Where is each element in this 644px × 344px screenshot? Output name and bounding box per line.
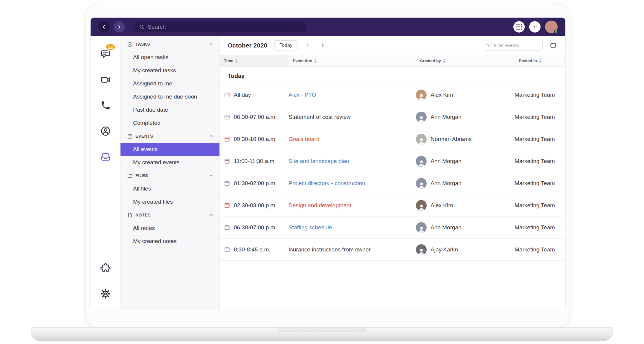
layout-toggle-icon: [550, 42, 558, 49]
user-avatar[interactable]: [545, 21, 558, 33]
integrations-nav-button[interactable]: [97, 260, 114, 277]
sidebar-item-my-created-notes[interactable]: My created notes: [120, 235, 219, 248]
avatar: [416, 90, 427, 100]
chevron-up-icon[interactable]: [209, 173, 213, 178]
event-row[interactable]: 02:30-03:00 p.m. Design and development …: [220, 194, 565, 216]
posted-in: Marketing Team: [515, 246, 565, 253]
add-button[interactable]: [529, 21, 541, 33]
event-row[interactable]: 11:00-11:30 a.m. Site and landscape plan…: [220, 150, 565, 172]
event-row[interactable]: 01:30-02:00 p.m. Project directory - con…: [220, 172, 565, 194]
event-row[interactable]: 06:30-07:00 p.m. Staffing schedule Ann M…: [220, 216, 565, 239]
puzzle-icon: [100, 263, 111, 274]
avatar: [416, 200, 427, 211]
icon-rail: 12: [91, 36, 120, 310]
avatar: [416, 244, 427, 255]
sidebar-item-all-files[interactable]: All files: [120, 182, 219, 195]
sidebar-item-all-notes[interactable]: All notes: [120, 222, 219, 235]
event-time: 06:30-07:00 p.m.: [234, 224, 277, 231]
sidebar-item-past-due-date[interactable]: Past due date: [120, 103, 219, 116]
event-time: 09:30-10:00 a.m.: [234, 136, 277, 142]
calendar-icon: [224, 92, 230, 98]
sidebar-item-all-open-tasks[interactable]: All open tasks: [120, 51, 219, 64]
unread-badge: 12: [105, 43, 116, 51]
event-title-link[interactable]: Site and landscape plan: [289, 158, 349, 165]
sidebar-item-my-created-tasks[interactable]: My created tasks: [120, 64, 219, 77]
created-by-name: Ann Morgan: [431, 224, 462, 231]
layout-toggle-button[interactable]: [550, 42, 558, 49]
phone-nav-button[interactable]: [97, 97, 114, 114]
sidebar-item-my-created-events[interactable]: My created events: [120, 156, 219, 169]
sidebar-item-my-created-files[interactable]: My created files: [120, 195, 219, 208]
tasks-inbox-nav-button[interactable]: [97, 148, 114, 165]
contacts-nav-button[interactable]: [97, 123, 114, 139]
event-title-link[interactable]: Project directory - construction: [289, 180, 365, 187]
section-label: NOTES: [135, 213, 151, 217]
event-time: All day: [234, 92, 251, 98]
chat-nav-button[interactable]: 12: [97, 46, 114, 62]
posted-in: Marketing Team: [515, 158, 565, 165]
event-row[interactable]: 06:30-07:00 a.m. Statement of cost revie…: [220, 106, 565, 128]
calendar-icon: [224, 180, 230, 186]
filter-events-input[interactable]: [494, 43, 539, 48]
apps-grid-button[interactable]: [513, 21, 525, 33]
search-icon: [139, 24, 145, 30]
search-bar: [134, 21, 308, 33]
posted-in: Marketing Team: [515, 180, 565, 187]
main-panel: October 2020 Today: [220, 36, 565, 310]
tasks-icon: [127, 42, 133, 47]
settings-nav-button[interactable]: [97, 285, 114, 302]
column-header-event-title[interactable]: Event title: [289, 55, 416, 66]
laptop-base-notch: [277, 328, 367, 332]
search-input[interactable]: [148, 24, 303, 30]
app-body: 12: [91, 36, 565, 310]
sidebar-section-notes[interactable]: NOTES: [120, 208, 219, 222]
sidebar-item-all-events[interactable]: All events: [120, 143, 219, 156]
column-header-time[interactable]: Time: [220, 55, 289, 66]
calendar-icon: [224, 136, 230, 142]
chevron-up-icon[interactable]: [209, 134, 213, 139]
event-time: 11:00-11:30 a.m.: [234, 158, 276, 165]
filter-icon: [486, 43, 491, 48]
notes-icon: [127, 212, 133, 218]
pager: [304, 42, 326, 49]
created-by-name: Ann Morgan: [431, 180, 462, 187]
chevron-up-icon[interactable]: [209, 213, 213, 217]
posted-in: Marketing Team: [515, 114, 565, 120]
events-table-header: Time Event title Created by Posted in: [220, 55, 565, 67]
sidebar-section-events[interactable]: EVENTS: [120, 130, 219, 143]
next-button[interactable]: [319, 42, 326, 49]
sidebar-item-completed[interactable]: Completed: [120, 116, 219, 130]
event-title-link[interactable]: Isurance instructions from owner: [289, 246, 371, 253]
forward-button[interactable]: [114, 21, 125, 33]
event-time: 06:30-07:00 a.m.: [234, 114, 277, 120]
phone-icon: [100, 100, 111, 111]
video-nav-button[interactable]: [97, 71, 114, 88]
event-row[interactable]: All day Alex - PTO Alex Kim Marketing Te…: [220, 84, 565, 106]
section-label: EVENTS: [135, 134, 153, 139]
posted-in: Marketing Team: [515, 136, 565, 142]
column-header-created-by[interactable]: Created by: [416, 55, 515, 66]
event-title-link[interactable]: Goals board: [289, 136, 320, 142]
column-header-posted-in[interactable]: Posted in: [515, 55, 565, 66]
sidebar-item-assigned-due-soon[interactable]: Assigned to me due soon: [120, 90, 219, 103]
event-title-link[interactable]: Staffing schedule: [289, 224, 332, 231]
event-title-link[interactable]: Design and development: [289, 202, 351, 209]
sidebar-section-files[interactable]: FILES: [120, 169, 219, 182]
sidebar-item-assigned-to-me[interactable]: Assigned to me: [120, 77, 219, 90]
sort-icon: [314, 59, 317, 63]
chevron-up-icon[interactable]: [209, 42, 213, 47]
created-by-name: Alex Kim: [431, 92, 453, 98]
sidebar-section-tasks[interactable]: TASKS: [120, 38, 219, 51]
event-row[interactable]: 09:30-10:00 a.m. Goals board Norman Abra…: [220, 128, 565, 150]
prev-button[interactable]: [304, 42, 311, 49]
section-label: TASKS: [135, 42, 150, 47]
today-button[interactable]: Today: [274, 40, 297, 50]
avatar: [416, 156, 427, 167]
back-button[interactable]: [98, 21, 110, 33]
event-title-link[interactable]: Statement of cost review: [289, 114, 351, 120]
event-row[interactable]: 8:30-8:45 p.m. Isurance instructions fro…: [220, 239, 565, 261]
avatar: [416, 112, 427, 122]
avatar: [416, 222, 427, 233]
section-label: FILES: [135, 173, 148, 178]
event-title-link[interactable]: Alex - PTO: [289, 92, 316, 98]
